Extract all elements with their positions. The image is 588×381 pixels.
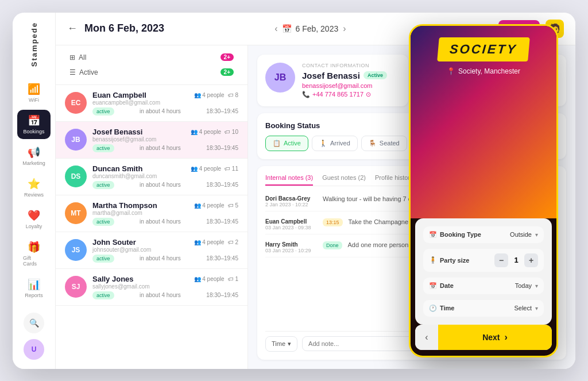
guest-status-row-js: active in about 4 hours 18:30–19:45 [92,255,238,263]
guest-status-row-sj: active in about 4 hours 18:30–19:45 [92,291,238,299]
search-button[interactable]: 🔍 [24,313,44,333]
status-tab-active[interactable]: 📋 Active [265,136,308,151]
copy-icon[interactable]: ⊙ [366,91,371,98]
guest-item-martha-thompson[interactable]: MT Martha Thompson 👥 4 people 🏷 5 martha… [56,195,247,232]
sidebar-item-bookings[interactable]: 📅 Bookings [17,110,51,139]
guest-name-mt: Martha Thompson [92,201,157,210]
guest-meta-sj: 👥 4 people 🏷 1 [194,276,239,282]
guest-email: euancampbell@gmail.com [92,99,238,106]
note-author-dori: Dori Bacsa-Grey [265,195,317,202]
date-display: 📅 6 Feb, 2023 [282,24,338,33]
guest-item-sally-jones[interactable]: SJ Sally Jones 👥 4 people 🏷 1 sallyjones… [56,269,247,306]
people-icon-jb: 👥 4 people [191,129,221,135]
guest-meta-jb: 👥 4 people 🏷 10 [191,129,238,135]
guest-email-ds: duncansmith@gmail.com [92,173,238,179]
note-date-harry: 03 Jan 2023 · 10:29 [265,248,317,253]
guest-name-row-js: John Souter 👥 4 people 🏷 2 [92,238,238,247]
avatar-js: JS [65,239,87,261]
society-logo: SOCIETY [449,42,518,57]
guest-status-row-ds: active in about 4 hours 18:30–19:45 [92,181,238,189]
status-tab-arrived-icon: 🚶 [319,140,327,147]
current-date: 6 Feb, 2023 [295,24,338,33]
sidebar-item-loyalty[interactable]: ❤️ Loyalty [17,205,51,234]
booking-type-icon: 📅 [429,231,437,238]
guest-slot-ds: 18:30–19:45 [206,182,238,188]
status-tab-seated[interactable]: 🪑 Seated [361,136,407,151]
form-row-time[interactable]: 🕐 Time Select ▾ [423,300,544,317]
form-row-booking-type[interactable]: 📅 Booking Type Outside ▾ [423,226,544,243]
note-date-euan: 03 Jan 2023 · 09:38 [265,225,317,230]
guest-meta-js: 👥 4 people 🏷 2 [194,239,239,245]
guest-item-john-souter[interactable]: JS John Souter 👥 4 people 🏷 2 johnsouter… [56,232,247,269]
guest-time-ds: in about 4 hours [140,182,181,188]
phone-next-button[interactable]: Next › [438,325,552,350]
tab-guest-notes[interactable]: Guest notes (2) [322,174,366,186]
time-value-container: Select ▾ [514,305,538,311]
guest-item-euan-campbell[interactable]: EC Euan Campbell 👥 4 people 🏷 8 euancamp… [56,85,247,122]
people-icon-ds: 👥 4 people [191,166,221,172]
status-badge-sj: active [92,291,114,299]
status-badge-jb: active [92,144,114,152]
guest-time-jb: in about 4 hours [140,145,181,151]
guest-item-duncan-smith[interactable]: DS Duncan Smith 👥 4 people 🏷 11 duncansm… [56,159,247,195]
sidebar-item-gift-cards[interactable]: 🎁 Gift Cards [17,236,51,271]
user-avatar[interactable]: U [24,339,44,360]
filter-active-label: Active [79,68,98,76]
note-author-date-dori: Dori Bacsa-Grey 2 Jan 2023 · 10:22 [265,195,317,207]
guest-info-josef-benassi: Josef Benassi 👥 4 people 🏷 10 benassijos… [92,128,238,152]
date-chevron-icon: ▾ [535,283,538,289]
guest-name-row-jb: Josef Benassi 👥 4 people 🏷 10 [92,128,238,136]
phone-overlay: SOCIETY 📍 Society, Manchester 📅 Booking … [409,24,558,357]
sidebar-item-marketing[interactable]: 📢 Marketing [17,141,51,171]
back-button[interactable]: ← [67,22,78,34]
nav-label-reports: Reports [25,293,43,298]
gift-cards-icon: 🎁 [28,241,40,253]
phone-back-button[interactable]: ‹ [415,325,438,350]
status-tab-active-label: Active [284,140,301,147]
people-icon-js: 👥 4 people [194,239,225,245]
location-text: Society, Manchester [458,67,520,75]
note-status-done: Done [323,241,342,249]
status-badge: active [92,107,114,116]
guest-time-mt: in about 4 hours [140,218,181,225]
table-icon: 🏷 8 [228,92,238,98]
status-tab-arrived[interactable]: 🚶 Arrived [312,136,358,151]
party-size-decrease-button[interactable]: − [494,253,508,267]
tab-profile-history[interactable]: Profile history [375,174,413,186]
party-size-increase-button[interactable]: + [524,253,538,267]
tab-internal-notes[interactable]: Internal notes (3) [265,174,313,186]
note-author-harry: Harry Smith [265,241,317,248]
date-prev-button[interactable]: ‹ [274,24,277,34]
guest-item-josef-benassi[interactable]: JB Josef Benassi 👥 4 people 🏷 10 benassi… [56,122,247,159]
note-author-date-harry: Harry Smith 03 Jan 2023 · 10:29 [265,241,317,253]
avatar-ds: DS [65,166,87,187]
guest-name-row: Euan Campbell 👥 4 people 🏷 8 [92,91,238,99]
form-row-date[interactable]: 📅 Date Today ▾ [423,278,544,294]
grid-icon: ⊞ [69,53,75,61]
status-tab-seated-label: Seated [380,140,400,147]
sidebar-item-wifi[interactable]: 📶 WiFi [17,78,51,107]
phone-number[interactable]: +44 774 865 1717 [312,91,363,98]
wifi-icon: 📶 [28,83,40,95]
status-tab-active-icon: 📋 [273,140,281,147]
filter-active[interactable]: ☰ Active 2+ [65,66,238,79]
left-nav: Stampede 📶 WiFi 📅 Bookings 📢 Marketing ⭐… [13,13,56,369]
sidebar-item-reviews[interactable]: ⭐ Reviews [17,173,51,202]
note-date-dori: 2 Jan 2023 · 10:22 [265,202,317,207]
note-author-date-euan: Euan Campbell 03 Jan 2023 · 09:38 [265,218,317,230]
filter-all[interactable]: ⊞ All 2+ [65,51,238,64]
top-bar-center: ‹ 📅 6 Feb, 2023 › [274,24,346,34]
date-next-button[interactable]: › [343,24,346,34]
guest-status-row-jb: active in about 4 hours 18:30–19:45 [92,144,238,152]
guest-name-sj: Sally Jones [92,275,134,283]
contact-section-label: Contact information [302,63,400,68]
reviews-icon: ⭐ [28,178,40,190]
note-time-selector[interactable]: Time ▾ [265,336,297,352]
nav-label-gift-cards: Gift Cards [23,255,45,267]
phone-icon: 📞 [302,91,310,98]
contact-email[interactable]: benassijosef@gmail.com [302,82,400,89]
location-pin-icon: 📍 [447,67,455,75]
note-time-label: Time [272,340,285,347]
guest-info-john-souter: John Souter 👥 4 people 🏷 2 johnsouter@gm… [92,238,238,263]
sidebar-item-reports[interactable]: 📊 Reports [17,274,51,303]
